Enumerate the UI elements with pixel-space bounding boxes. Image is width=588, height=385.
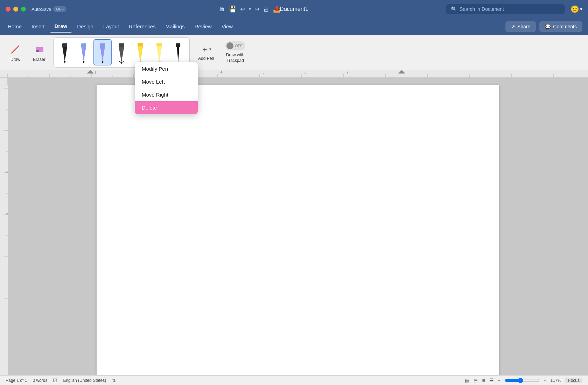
- svg-text:6: 6: [304, 70, 307, 74]
- align-icon[interactable]: ☰: [489, 378, 494, 383]
- word-count: 0 words: [33, 378, 47, 383]
- svg-rect-60: [0, 78, 8, 375]
- undo-icon[interactable]: ↩: [240, 5, 245, 13]
- svg-text:7: 7: [346, 70, 349, 74]
- svg-rect-24: [156, 43, 162, 47]
- svg-rect-27: [176, 43, 180, 47]
- ruler-h-svg: 1 2 3 4 5 6 7: [0, 70, 588, 78]
- share-icon: ↗: [511, 24, 515, 29]
- trackpad-toggle-area: OFF Draw withTrackpad: [225, 41, 245, 63]
- menu-mailings[interactable]: Mailings: [161, 21, 190, 32]
- emoji-button[interactable]: 🙂: [570, 5, 579, 13]
- menu-layout[interactable]: Layout: [98, 21, 124, 32]
- menu-design[interactable]: Design: [72, 21, 98, 32]
- ribbon: Draw Eraser: [0, 35, 588, 70]
- svg-text:2: 2: [5, 171, 8, 173]
- traffic-lights: [6, 7, 26, 12]
- title-icons: 🗎 💾 ↩ ▾ ↪ 🖨 📤 ⌄: [219, 5, 289, 13]
- share-button[interactable]: ↗ Share: [505, 21, 536, 32]
- menu-draw[interactable]: Draw: [50, 20, 72, 33]
- svg-marker-23: [156, 46, 162, 62]
- pen-4-icon: [115, 40, 128, 65]
- eraser-label: Eraser: [33, 57, 45, 62]
- save-template-icon[interactable]: 🗎: [219, 6, 225, 13]
- undo-dropdown-icon[interactable]: ▾: [249, 7, 251, 12]
- ruler-horizontal: 1 2 3 4 5 6 7: [0, 70, 588, 78]
- add-pen-label: Add Pen: [198, 56, 214, 61]
- pen-item-2[interactable]: [75, 39, 93, 65]
- pen-item-1[interactable]: [56, 39, 74, 65]
- svg-marker-9: [83, 61, 84, 63]
- ctx-modify-pen[interactable]: Modify Pen: [135, 62, 198, 75]
- pen-item-7[interactable]: [169, 39, 187, 65]
- zoom-minus[interactable]: −: [498, 378, 500, 383]
- view-icon-1[interactable]: ▤: [465, 378, 469, 383]
- comments-button[interactable]: 💬 Comments: [539, 21, 582, 32]
- trackpad-toggle[interactable]: OFF: [225, 41, 245, 50]
- ruler-vertical: 1 2 3: [0, 78, 8, 375]
- menu-view[interactable]: View: [217, 21, 238, 32]
- draw-icon: [9, 43, 22, 56]
- proofing-icon[interactable]: ☑: [53, 378, 57, 383]
- add-pen-button[interactable]: ＋ ▾ Add Pen: [194, 41, 218, 64]
- add-icon: ＋: [201, 44, 209, 55]
- svg-rect-14: [119, 43, 124, 47]
- menu-references[interactable]: References: [124, 21, 161, 32]
- list-icon[interactable]: ≡: [482, 378, 485, 383]
- zoom-slider[interactable]: [505, 378, 540, 383]
- search-bar[interactable]: 🔍 Search in Document: [446, 4, 565, 14]
- svg-text:1: 1: [5, 129, 8, 131]
- pen-item-5[interactable]: [131, 39, 149, 65]
- svg-text:3: 3: [5, 213, 8, 215]
- ctx-move-left[interactable]: Move Left: [135, 75, 198, 88]
- focus-label[interactable]: Focus: [565, 378, 582, 383]
- status-bar: Page 1 of 1 0 words ☑ English (United St…: [0, 375, 588, 385]
- minimize-button[interactable]: [13, 7, 18, 12]
- ctx-move-right[interactable]: Move Right: [135, 88, 198, 101]
- ctx-delete[interactable]: Delete: [135, 101, 198, 114]
- close-button[interactable]: [6, 7, 10, 12]
- svg-marker-12: [102, 61, 103, 63]
- fullscreen-button[interactable]: [21, 7, 26, 12]
- toggle-knob: [226, 42, 233, 49]
- svg-rect-32: [0, 70, 588, 78]
- page-info: Page 1 of 1: [6, 378, 27, 383]
- svg-marker-7: [81, 46, 86, 62]
- redo-icon[interactable]: ↪: [254, 5, 260, 13]
- zoom-level: 117%: [551, 378, 561, 383]
- svg-rect-11: [100, 43, 105, 47]
- svg-marker-20: [138, 46, 143, 62]
- svg-text:4: 4: [220, 70, 223, 74]
- print-icon[interactable]: 🖨: [263, 6, 270, 13]
- pen-item-3[interactable]: [93, 39, 112, 65]
- svg-text:1: 1: [94, 70, 97, 74]
- menu-insert[interactable]: Insert: [27, 21, 50, 32]
- svg-marker-10: [100, 46, 105, 62]
- pen-7-icon: [172, 40, 184, 65]
- eraser-tool[interactable]: Eraser: [29, 41, 49, 64]
- draw-tool[interactable]: Draw: [6, 41, 25, 64]
- search-icon: 🔍: [451, 6, 457, 12]
- save-icon[interactable]: 💾: [229, 5, 237, 13]
- menu-home[interactable]: Home: [3, 21, 27, 32]
- pen-item-6[interactable]: [150, 39, 168, 65]
- document-area[interactable]: [8, 78, 588, 375]
- svg-line-0: [12, 46, 19, 53]
- pen-5-icon: [134, 40, 147, 65]
- doc-title: Document1: [280, 6, 308, 12]
- context-menu: Modify Pen Move Left Move Right Delete: [135, 62, 198, 114]
- pen-item-4[interactable]: [112, 39, 131, 65]
- svg-marker-13: [119, 46, 124, 62]
- add-dropdown-icon[interactable]: ▾: [209, 47, 211, 51]
- zoom-plus[interactable]: +: [544, 378, 546, 383]
- pen-2-icon: [77, 40, 90, 65]
- autosave-toggle[interactable]: OFF: [53, 6, 66, 12]
- track-changes-icon[interactable]: ⇅: [112, 378, 116, 383]
- view-icon-2[interactable]: ⊟: [474, 378, 478, 383]
- toggle-state: OFF: [235, 44, 243, 48]
- language: English (United States): [63, 378, 106, 383]
- draw-label: Draw: [10, 57, 20, 62]
- menu-bar: Home Insert Draw Design Layout Reference…: [0, 18, 588, 35]
- menu-review[interactable]: Review: [190, 21, 217, 32]
- emoji-dropdown-icon[interactable]: ▾: [580, 6, 582, 12]
